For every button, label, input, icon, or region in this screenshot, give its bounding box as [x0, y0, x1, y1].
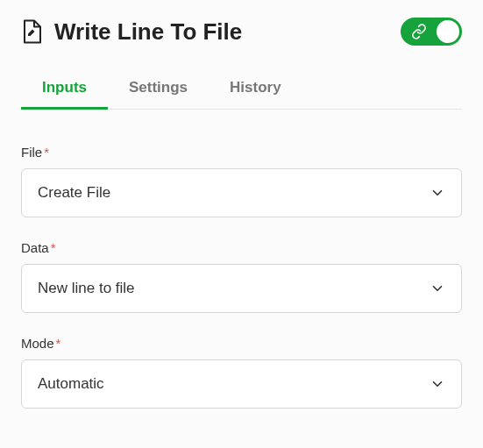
tab-inputs[interactable]: Inputs [42, 72, 87, 109]
panel: Write Line To File Inputs Settings Histo… [0, 0, 483, 409]
required-mark: * [51, 240, 56, 255]
title-wrap: Write Line To File [21, 18, 242, 46]
mode-select[interactable]: Automatic [21, 359, 462, 409]
chevron-down-icon [430, 281, 445, 296]
tab-label: History [230, 79, 281, 96]
field-data: Data* New line to file [21, 240, 462, 313]
mode-select-value: Automatic [38, 375, 104, 393]
form-inputs: File* Create File Data* New line to file [21, 110, 462, 409]
connect-toggle[interactable] [401, 18, 462, 46]
header: Write Line To File [21, 18, 462, 46]
link-icon [411, 24, 427, 39]
required-mark: * [56, 336, 61, 351]
tab-label: Settings [129, 79, 188, 96]
tab-label: Inputs [42, 79, 87, 96]
label-text: File [21, 145, 42, 160]
label-text: Data [21, 240, 49, 255]
chevron-down-icon [430, 185, 445, 201]
label-file: File* [21, 145, 462, 160]
page-title: Write Line To File [54, 18, 242, 46]
label-mode: Mode* [21, 336, 462, 351]
file-edit-icon [21, 19, 42, 44]
required-mark: * [44, 145, 49, 160]
file-select-value: Create File [38, 184, 110, 202]
data-select[interactable]: New line to file [21, 264, 462, 313]
field-file: File* Create File [21, 145, 462, 217]
label-text: Mode [21, 336, 54, 351]
tab-history[interactable]: History [230, 72, 281, 109]
data-select-value: New line to file [38, 280, 135, 297]
file-select[interactable]: Create File [21, 168, 462, 217]
field-mode: Mode* Automatic [21, 336, 462, 409]
tab-settings[interactable]: Settings [129, 72, 188, 109]
chevron-down-icon [430, 376, 445, 392]
tabs: Inputs Settings History [21, 72, 462, 110]
label-data: Data* [21, 240, 462, 255]
toggle-knob [437, 20, 459, 43]
